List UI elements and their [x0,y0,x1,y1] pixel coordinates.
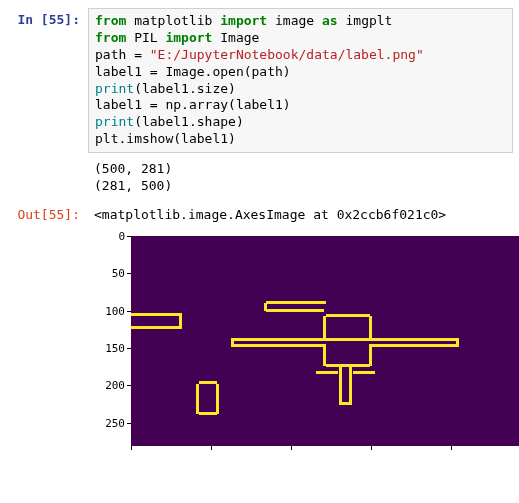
y-tick-label: 250 [105,416,125,429]
label-stroke [316,371,338,374]
label-stroke [199,412,217,415]
label-stroke [323,316,326,340]
stdout-text: (500, 281) (281, 500) [88,157,513,199]
label-stroke [131,313,181,316]
tick-mark [127,311,131,312]
kw-from: from [95,13,126,28]
label-stroke [339,402,352,405]
tick-mark [127,423,131,424]
label-stroke [266,301,326,304]
label-stroke [369,316,372,340]
y-axis-ticks: 0 50 100 150 200 250 [96,236,128,446]
result-text: <matplotlib.image.AxesImage at 0x2ccb6f0… [88,203,513,228]
tick-mark [371,446,372,450]
label-stroke [326,314,370,317]
tick-mark [127,385,131,386]
builtin-print2: print [95,114,134,129]
label-stroke [339,366,342,404]
matplotlib-figure: 0 50 100 150 200 250 0 100 200 300 400 [96,236,513,446]
in-prompt-label: In [55]: [6,8,88,153]
label-stroke [353,371,375,374]
plot-axes: 0 50 100 150 200 250 0 100 200 300 400 [131,236,519,446]
builtin-print: print [95,81,134,96]
label-stroke [199,381,217,384]
label-stroke [131,326,181,329]
tick-mark [291,446,292,450]
code-input[interactable]: from matplotlib import image as imgplt f… [88,8,513,153]
tick-mark [127,273,131,274]
label-stroke [323,344,326,366]
label-stroke [369,344,459,347]
y-tick-label: 50 [112,267,125,280]
tick-mark [451,446,452,450]
empty-prompt [6,157,88,199]
kw-from2: from [95,30,126,45]
label-stroke [456,338,459,347]
tick-mark [211,446,212,450]
plot-output: 0 50 100 150 200 250 0 100 200 300 400 [96,236,513,446]
y-tick-label: 150 [105,341,125,354]
kw-import2: import [165,30,212,45]
label-stroke [266,309,324,312]
string-literal: "E:/JupyterNotebook/data/label.png" [150,47,424,62]
input-cell: In [55]: from matplotlib import image as… [6,8,513,153]
label-stroke [231,344,326,347]
label-stroke [231,338,234,347]
kw-as: as [322,13,338,28]
label-stroke [326,364,370,367]
result-output: Out[55]: <matplotlib.image.AxesImage at … [6,203,513,228]
label-stroke [231,338,456,341]
tick-mark [127,236,131,237]
label-stroke [179,313,182,329]
y-tick-label: 200 [105,379,125,392]
tick-mark [127,348,131,349]
label-stroke [369,344,372,366]
label-stroke [216,384,219,414]
label-stroke [349,366,352,404]
y-tick-label: 100 [105,304,125,317]
stdout-output: (500, 281) (281, 500) [6,157,513,199]
y-tick-label: 0 [118,229,125,242]
kw-import: import [220,13,267,28]
label-stroke [196,384,199,414]
tick-mark [131,446,132,450]
out-prompt-label: Out[55]: [6,203,88,228]
